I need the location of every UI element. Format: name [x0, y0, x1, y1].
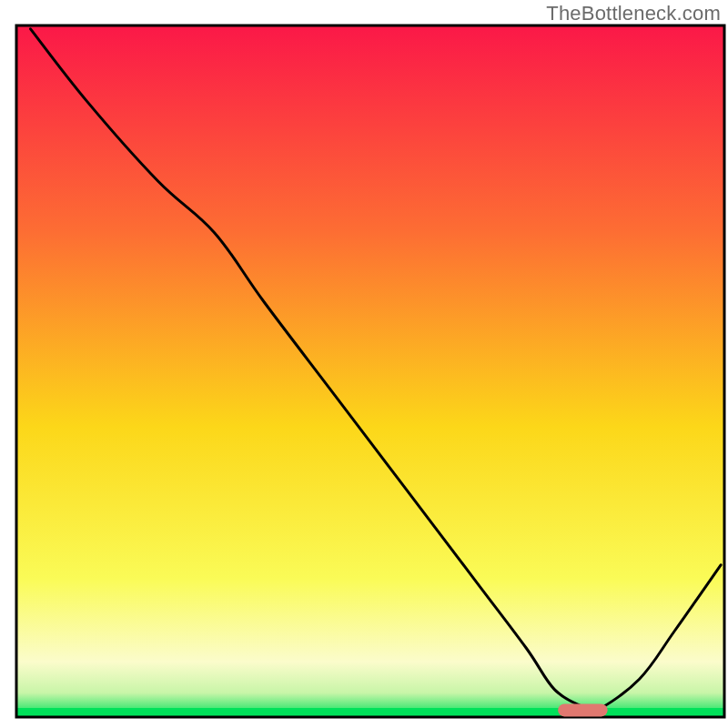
svg-rect-0 [16, 25, 724, 717]
bottleneck-chart [0, 0, 728, 728]
optimal-range-marker [558, 703, 607, 716]
chart-frame: TheBottleneck.com [0, 0, 728, 728]
watermark-text: TheBottleneck.com [546, 2, 721, 25]
